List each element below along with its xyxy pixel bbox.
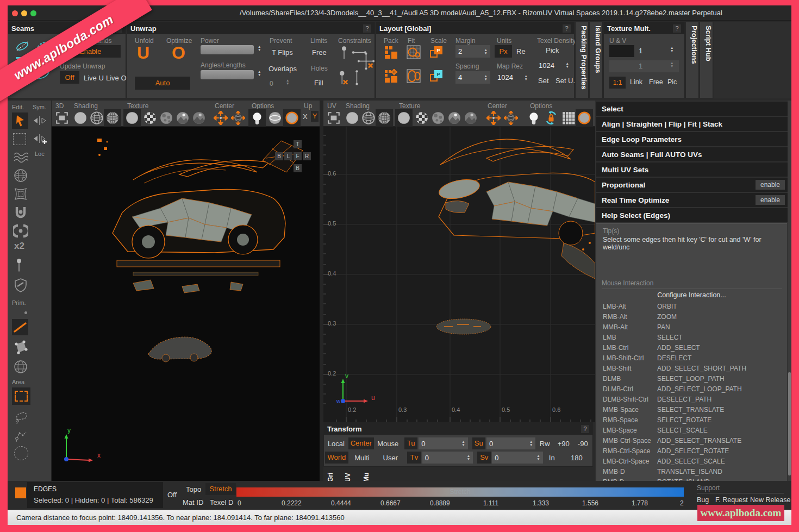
section-align[interactable]: Align | Straighten | Flip | Fit | Stack [596, 117, 790, 131]
mult-tab[interactable]: Mu [363, 468, 370, 482]
su-button[interactable]: Su [472, 437, 485, 449]
script-hub-tab[interactable]: Script Hub [700, 22, 713, 98]
view-front-button[interactable]: F [294, 152, 302, 160]
viewport-uv-canvas[interactable]: w 0.6 0.5 0.4 0.3 0.2 0.2 0.3 0.4 0.5 0.… [323, 127, 595, 422]
vertical-constraint-icon[interactable] [354, 69, 359, 86]
frame-all-icon[interactable] [55, 111, 69, 125]
prevent-spinner[interactable]: ▲▼ [286, 79, 289, 85]
section-proportional[interactable]: Proportionalenable [596, 178, 790, 192]
packing-properties-tab[interactable]: Packing Properties [575, 22, 589, 98]
center-world-icon[interactable] [231, 111, 245, 125]
u-mult-spinner[interactable]: ▲▼ [670, 46, 673, 53]
symmetry-add-icon[interactable] [33, 132, 48, 145]
sv-spinner[interactable]: ▲▼ [536, 454, 540, 461]
sv-button[interactable]: Sv [477, 452, 491, 464]
pin-tool-icon[interactable] [15, 257, 23, 274]
view-bottom-button[interactable]: B [294, 164, 302, 172]
shading-shaded-wire-selected[interactable] [104, 109, 121, 127]
section-edge-loop[interactable]: Edge Loop Parameters [596, 132, 790, 146]
uv-center-world-icon[interactable] [504, 111, 518, 125]
section-auto-seams[interactable]: Auto Seams | Full AUTO UVs [596, 147, 790, 161]
rect-area-active-tile[interactable] [12, 387, 30, 405]
free-mult-button[interactable]: Free [649, 78, 663, 86]
display-stretch-button[interactable]: Stretch [205, 483, 236, 495]
overlaps-button[interactable]: Overlaps [269, 65, 297, 73]
rotate-minus90-button[interactable]: -90 [573, 440, 592, 448]
grid-tab[interactable]: Gri [327, 468, 334, 482]
texel-spinner[interactable]: ▲▼ [566, 62, 569, 68]
uv-shading-wire-icon[interactable] [361, 111, 376, 125]
island-globe-icon[interactable] [13, 359, 28, 374]
pin-constraint-icon[interactable] [340, 45, 348, 61]
texture-none-selected[interactable] [123, 109, 141, 127]
transform-help-button[interactable]: ? [581, 425, 589, 433]
x2-tool[interactable]: x2 [14, 241, 24, 252]
free-button[interactable]: Free [312, 48, 327, 57]
section-multi-uv[interactable]: Multi UV Sets [596, 162, 790, 177]
view-back-button[interactable]: B [275, 152, 283, 160]
spacing-field[interactable]: 4▲▼ [455, 71, 490, 84]
unwrap-help-button[interactable]: ? [363, 24, 371, 33]
units-re-button[interactable]: Re [516, 47, 526, 55]
texture-grid-icon[interactable] [561, 111, 576, 125]
uv-light-bulb-icon[interactable] [527, 111, 541, 125]
select-tool-active-tile[interactable] [12, 112, 28, 129]
local-button[interactable]: Local [324, 440, 348, 448]
v-mult-input[interactable] [609, 60, 679, 72]
display-texeld-button[interactable]: Texel D [210, 498, 233, 506]
view-left-button[interactable]: L [284, 152, 292, 160]
world-button[interactable]: World [325, 452, 348, 464]
shield-tool-icon[interactable] [13, 278, 28, 293]
primitive-dot-icon[interactable] [24, 311, 27, 314]
center-selection-icon[interactable] [214, 111, 228, 125]
su-field[interactable]: 0▲▼ [486, 437, 535, 449]
auto-unwrap-button[interactable]: Auto [135, 77, 190, 90]
remove-constraints-icon[interactable] [358, 53, 374, 70]
seam-brush-icon[interactable] [15, 39, 30, 54]
optimize-brush-icon[interactable] [13, 223, 28, 239]
uv-texture-checker-icon[interactable] [415, 111, 429, 125]
u-mult-input[interactable] [609, 45, 634, 57]
scrollbar-thumb[interactable] [788, 372, 791, 475]
uv-center-selection-icon[interactable] [486, 111, 501, 125]
symmetry-icon[interactable] [33, 115, 47, 127]
edge-color-swatch[interactable] [15, 487, 26, 498]
view-right-button[interactable]: R [303, 152, 311, 160]
texture-noise-icon[interactable] [159, 111, 173, 125]
viewport-splitter[interactable] [320, 101, 323, 481]
scale-picked-button-icon[interactable] [429, 69, 444, 83]
marquee-select-icon[interactable] [13, 133, 26, 145]
realtime-enable-button[interactable]: enable [756, 195, 785, 205]
fit-scale-button-icon[interactable] [407, 69, 421, 83]
pick-button[interactable]: Pick [546, 46, 559, 54]
uv-shading-shaded-selected[interactable] [376, 109, 393, 127]
power-slider[interactable] [201, 45, 254, 54]
pack-button-icon[interactable] [384, 45, 398, 59]
scale-island-button-icon[interactable] [429, 45, 444, 59]
uv-texture-image2-icon[interactable] [464, 111, 478, 125]
uv-texture-noise-icon[interactable] [431, 111, 445, 125]
live-u-button[interactable]: Live U [84, 74, 104, 82]
texture-image2-icon[interactable] [192, 111, 206, 125]
lasso-area-icon[interactable] [13, 409, 29, 425]
section-help-select[interactable]: Help Select (Edges) [596, 208, 790, 222]
user-button[interactable]: User [376, 454, 405, 462]
v-mult-spinner[interactable]: ▲▼ [670, 61, 673, 68]
ratio-1-1-button[interactable]: 1:1 [609, 77, 626, 89]
units-px-button[interactable]: Px [495, 45, 512, 58]
texture-image-icon[interactable] [176, 111, 190, 125]
configure-interaction-button[interactable]: Configure Interaction... [596, 291, 787, 299]
view-top-button[interactable]: T [294, 140, 302, 148]
margin-spinner[interactable]: ▲▼ [484, 48, 488, 55]
polygon-area-icon[interactable] [13, 428, 29, 444]
backface-option-icon[interactable] [268, 111, 282, 125]
fill-button[interactable]: Fill [314, 79, 323, 87]
pack-translate-button-icon[interactable] [384, 69, 398, 83]
tu-spinner[interactable]: ▲▼ [461, 440, 465, 447]
layout-help-button[interactable]: ? [563, 24, 571, 33]
light-option-selected[interactable] [248, 109, 266, 127]
circle-area-icon[interactable] [14, 446, 28, 460]
multi-button[interactable]: Multi [348, 454, 376, 462]
lock-rotate-icon[interactable] [544, 111, 558, 125]
su-spinner[interactable]: ▲▼ [529, 440, 533, 447]
